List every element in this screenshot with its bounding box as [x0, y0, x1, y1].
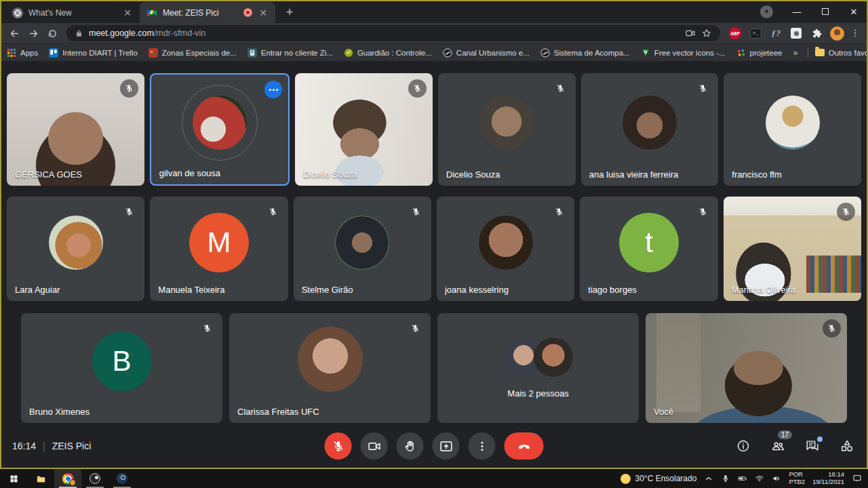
raise-hand-button[interactable] [397, 432, 424, 460]
participants-button[interactable]: 17 [769, 437, 787, 455]
participant-tile[interactable]: Lara Aguiar [7, 197, 144, 301]
tile-options-button[interactable] [264, 81, 282, 98]
bookmark-item[interactable]: Entrar no cliente Zi... [248, 48, 333, 58]
present-button[interactable] [433, 432, 460, 460]
participant-avatar [193, 96, 247, 150]
bookmark-label: projeteee [750, 49, 783, 57]
bookmark-item[interactable]: Apps [7, 48, 38, 58]
extensions-puzzle-icon[interactable] [809, 26, 824, 41]
participant-tile[interactable]: ana luisa vieira ferreira [581, 73, 719, 186]
minimize-button[interactable]: — [783, 0, 811, 23]
activities-button[interactable] [838, 437, 856, 455]
obs-icon [90, 473, 100, 484]
mic-off-icon [407, 203, 425, 221]
tray-volume-icon[interactable] [772, 474, 781, 483]
participant-tile[interactable]: GERSICA GOES [7, 73, 144, 186]
bookmark-star-icon[interactable] [701, 28, 712, 39]
bookmark-item[interactable]: Free vector icons -... [641, 48, 726, 58]
forward-button[interactable] [24, 24, 42, 42]
chat-button[interactable] [804, 437, 821, 455]
start-button[interactable] [0, 469, 27, 488]
participant-name: Bruno Ximenes [29, 407, 90, 417]
participant-tile[interactable]: Stelme Girão [294, 197, 431, 301]
participant-tile[interactable]: Dicelio Souza [295, 73, 433, 186]
language-indicator[interactable]: POR PTB2 [789, 471, 805, 486]
bookmark-label: Zonas Especiais de... [162, 49, 237, 57]
profile-avatar[interactable] [829, 26, 844, 41]
participant-tile[interactable]: Você [646, 313, 847, 423]
clock-widget[interactable]: 16:14 19/11/2021 [812, 471, 844, 486]
participant-tile[interactable]: Mais 2 pessoas [437, 313, 639, 423]
mic-button[interactable] [325, 432, 352, 460]
participant-name: Você [654, 407, 673, 417]
camera-access-icon[interactable] [685, 28, 696, 39]
participant-name: Mais 2 pessoas [437, 388, 639, 399]
steam-taskbar-button[interactable] [108, 469, 136, 488]
participant-tile[interactable]: francisco ffm [724, 73, 861, 186]
tab-whats-new[interactable]: What's New ✕ [5, 2, 140, 23]
people-icon [770, 439, 785, 453]
participant-tile[interactable]: ttiago borges [580, 197, 717, 301]
browser-menu-button[interactable]: ⋮ [850, 26, 861, 41]
reload-icon [47, 28, 58, 39]
close-tab-icon[interactable]: ✕ [258, 7, 269, 18]
obs-taskbar-button[interactable] [81, 469, 108, 488]
close-window-button[interactable]: ✕ [840, 0, 868, 23]
bookmark-item[interactable]: Zonas Especiais de... [149, 48, 237, 58]
bookmark-item[interactable]: Canal Urbanismo e... [443, 48, 530, 58]
tray-mic-icon[interactable] [721, 474, 730, 483]
meeting-details-button[interactable] [734, 437, 752, 455]
bookmark-item[interactable]: Guardião : Controle... [344, 48, 432, 58]
participant-tile[interactable]: gilvan de sousa [150, 73, 290, 186]
adblock-extension-icon[interactable]: ABP [728, 26, 743, 41]
participant-name: Dicelio Souza [446, 169, 500, 180]
screen: What's New ✕ Meet: ZEIS Pici ✕ + ▼ [0, 0, 868, 488]
other-bookmarks-folder[interactable]: Outros favoritos [815, 49, 868, 57]
back-button[interactable] [5, 24, 23, 42]
back-icon [9, 28, 20, 39]
camera-button[interactable] [361, 432, 388, 460]
weather-widget[interactable]: 30°C Ensolarado [620, 474, 697, 484]
fontface-extension-icon[interactable]: ƒ? [768, 26, 783, 41]
bookmarks-overflow-button[interactable]: » [793, 47, 798, 58]
bookmark-item[interactable]: projeteee [736, 48, 783, 58]
action-center-button[interactable] [852, 473, 863, 484]
close-tab-icon[interactable]: ✕ [122, 7, 133, 18]
tray-network-icon[interactable] [755, 474, 764, 483]
meeting-clock: 16:14 [12, 441, 36, 451]
more-options-button[interactable] [469, 432, 496, 460]
bookmark-item[interactable]: Sistema de Acompa... [540, 48, 630, 58]
reload-button[interactable] [43, 24, 61, 42]
windows-logo-icon [9, 474, 19, 484]
participant-name: ana luisa vieira ferreira [589, 169, 679, 180]
tab-meet[interactable]: Meet: ZEIS Pici ✕ [140, 2, 275, 23]
bookmark-label: Interno DIART | Trello [62, 49, 138, 57]
chrome-taskbar-button[interactable] [54, 469, 81, 488]
participant-name: Stelme Girão [302, 285, 353, 295]
chevron-up-icon [704, 474, 713, 483]
file-explorer-button[interactable] [27, 469, 54, 488]
participant-avatar [623, 96, 677, 150]
participant-grid: GERSICA GOESgilvan de sousaDicelio Souza… [0, 61, 868, 423]
participant-tile[interactable]: BBruno Ximenes [21, 313, 222, 423]
recording-indicator-icon [243, 8, 252, 17]
participant-avatar [335, 216, 389, 270]
participant-tile[interactable]: Dicelio Souza [438, 73, 576, 186]
tray-battery-icon[interactable] [738, 474, 747, 483]
restore-button[interactable] [811, 0, 840, 23]
address-bar[interactable]: meet.google.com/mdr-sfmd-vin [66, 25, 720, 41]
participant-name: Clarissa Freitas UFC [237, 407, 319, 417]
tray-expand-button[interactable] [704, 474, 713, 483]
participant-tile[interactable]: joana kesselring [437, 197, 574, 301]
initial-avatar: t [619, 213, 679, 272]
end-call-button[interactable] [505, 432, 544, 460]
participant-tile[interactable]: Mariana Oliveira [724, 197, 861, 301]
tab-search-button[interactable]: ▼ [760, 5, 773, 18]
new-tab-button[interactable]: + [281, 3, 298, 21]
terminal-extension-icon[interactable]: >_ [748, 26, 763, 41]
mic-off-icon [331, 439, 345, 453]
keep-extension-icon[interactable] [789, 26, 804, 41]
participant-tile[interactable]: Clarissa Freitas UFC [229, 313, 431, 423]
participant-tile[interactable]: MManuela Teixeira [150, 197, 288, 301]
bookmark-item[interactable]: Interno DIART | Trello [49, 48, 138, 58]
